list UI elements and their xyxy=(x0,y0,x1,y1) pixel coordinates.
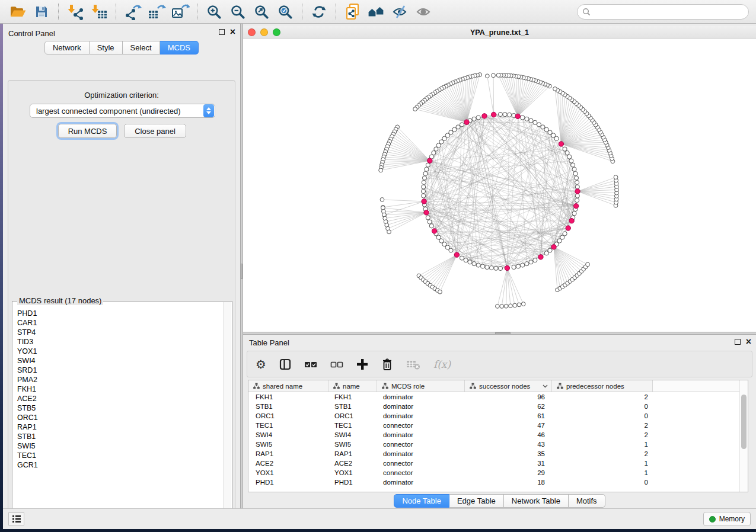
mcds-result-node[interactable]: FKH1 xyxy=(17,384,223,394)
network-node[interactable] xyxy=(434,147,438,151)
network-node[interactable] xyxy=(521,263,525,267)
network-edge[interactable] xyxy=(493,75,494,114)
network-node[interactable] xyxy=(533,258,537,262)
network-edge[interactable] xyxy=(435,92,467,122)
table-tab-network-table[interactable]: Network Table xyxy=(504,494,569,508)
network-node[interactable] xyxy=(472,117,476,121)
network-node-mcds[interactable] xyxy=(505,265,509,270)
float-panel-icon[interactable] xyxy=(735,339,741,345)
network-node[interactable] xyxy=(438,290,442,294)
network-edge[interactable] xyxy=(385,152,430,161)
network-edge[interactable] xyxy=(554,247,575,278)
network-node[interactable] xyxy=(425,167,429,171)
network-node[interactable] xyxy=(476,116,480,120)
network-edge[interactable] xyxy=(397,127,430,161)
network-edge[interactable] xyxy=(391,139,430,161)
network-node[interactable] xyxy=(422,185,426,189)
tab-network[interactable]: Network xyxy=(44,41,90,55)
mcds-result-node[interactable]: SRD1 xyxy=(17,366,223,375)
first-neighbors-icon[interactable] xyxy=(366,2,387,21)
result-list-scrollbar[interactable] xyxy=(223,302,231,520)
table-scrollbar[interactable] xyxy=(739,380,748,492)
column-header-predecessor-nodes[interactable]: predecessor nodes xyxy=(552,380,653,392)
network-node[interactable] xyxy=(586,262,590,267)
network-node[interactable] xyxy=(498,112,502,116)
network-node-mcds[interactable] xyxy=(559,142,563,146)
network-node[interactable] xyxy=(496,305,500,309)
network-edge[interactable] xyxy=(487,76,494,114)
network-node[interactable] xyxy=(432,150,436,155)
network-node[interactable] xyxy=(572,211,576,216)
table-row[interactable]: PHD1PHD1dominator180 xyxy=(248,477,739,487)
network-edge[interactable] xyxy=(507,268,523,305)
table-row[interactable]: FKH1FKH1dominator962 xyxy=(248,392,739,402)
hide-selected-icon[interactable] xyxy=(390,2,410,21)
delete-column-trash-icon[interactable] xyxy=(381,358,393,371)
network-node-mcds[interactable] xyxy=(515,114,520,118)
zoom-selected-icon[interactable] xyxy=(275,2,295,21)
network-edge[interactable] xyxy=(388,213,426,229)
mcds-result-node[interactable]: GCR1 xyxy=(17,460,223,470)
mcds-result-node[interactable]: TEC1 xyxy=(17,451,223,460)
network-node[interactable] xyxy=(489,266,493,270)
network-node[interactable] xyxy=(573,171,578,175)
column-header-name[interactable]: name xyxy=(328,380,377,392)
zoom-out-icon[interactable] xyxy=(228,2,248,21)
network-node-mcds[interactable] xyxy=(575,189,580,194)
network-node-mcds[interactable] xyxy=(482,114,487,118)
network-node[interactable] xyxy=(379,168,383,172)
network-node[interactable] xyxy=(498,266,502,270)
network-edge[interactable] xyxy=(501,75,518,116)
close-panel-icon[interactable]: × xyxy=(746,339,751,345)
network-node[interactable] xyxy=(571,163,575,167)
mcds-result-node[interactable]: YOX1 xyxy=(17,347,223,356)
network-node[interactable] xyxy=(460,123,464,127)
network-node[interactable] xyxy=(565,150,569,155)
network-node[interactable] xyxy=(521,116,525,120)
network-node[interactable] xyxy=(541,125,545,129)
network-node[interactable] xyxy=(387,230,391,234)
open-file-icon[interactable] xyxy=(8,2,28,21)
network-node[interactable] xyxy=(513,303,517,307)
tab-style[interactable]: Style xyxy=(90,41,123,55)
network-edge[interactable] xyxy=(389,213,426,232)
deselect-all-rows-icon[interactable] xyxy=(330,360,343,368)
export-network-icon[interactable] xyxy=(123,2,143,21)
table-tab-edge-table[interactable]: Edge Table xyxy=(449,494,504,508)
table-settings-gear-icon[interactable]: ⚙ xyxy=(256,357,266,371)
network-node[interactable] xyxy=(575,198,579,202)
network-node[interactable] xyxy=(422,194,426,198)
mcds-result-node[interactable]: SWI5 xyxy=(17,441,223,451)
network-node[interactable] xyxy=(494,266,498,270)
network-node[interactable] xyxy=(421,189,425,193)
network-edge[interactable] xyxy=(382,200,424,201)
table-row[interactable]: ACE2ACE2connector311 xyxy=(248,459,739,468)
network-node[interactable] xyxy=(512,265,516,269)
network-node[interactable] xyxy=(504,304,508,308)
network-node[interactable] xyxy=(422,180,426,184)
close-panel-icon[interactable]: × xyxy=(230,29,235,35)
select-all-rows-icon[interactable] xyxy=(304,360,317,368)
network-edge[interactable] xyxy=(387,146,429,161)
network-edge[interactable] xyxy=(428,255,457,283)
zoom-in-icon[interactable] xyxy=(204,2,224,21)
column-header-successor-nodes[interactable]: successor nodes xyxy=(465,380,552,392)
column-chooser-icon[interactable] xyxy=(279,358,291,370)
mcds-result-node[interactable]: ACE2 xyxy=(17,394,223,403)
network-node[interactable] xyxy=(572,167,576,171)
network-node[interactable] xyxy=(529,118,533,123)
network-edge[interactable] xyxy=(518,81,538,116)
import-table-icon[interactable] xyxy=(89,2,109,21)
network-node-mcds[interactable] xyxy=(551,245,556,249)
network-node[interactable] xyxy=(563,232,567,236)
network-edge[interactable] xyxy=(435,255,457,289)
mcds-result-node[interactable]: STB5 xyxy=(17,403,223,413)
network-edge[interactable] xyxy=(388,144,430,161)
network-edge[interactable] xyxy=(430,255,457,285)
network-node[interactable] xyxy=(509,304,513,308)
mcds-result-node[interactable]: SWI4 xyxy=(17,356,223,366)
column-header-shared-name[interactable]: shared name xyxy=(248,380,328,392)
network-node[interactable] xyxy=(480,264,484,268)
tab-mcds[interactable]: MCDS xyxy=(160,41,199,55)
refresh-icon[interactable] xyxy=(309,2,329,21)
